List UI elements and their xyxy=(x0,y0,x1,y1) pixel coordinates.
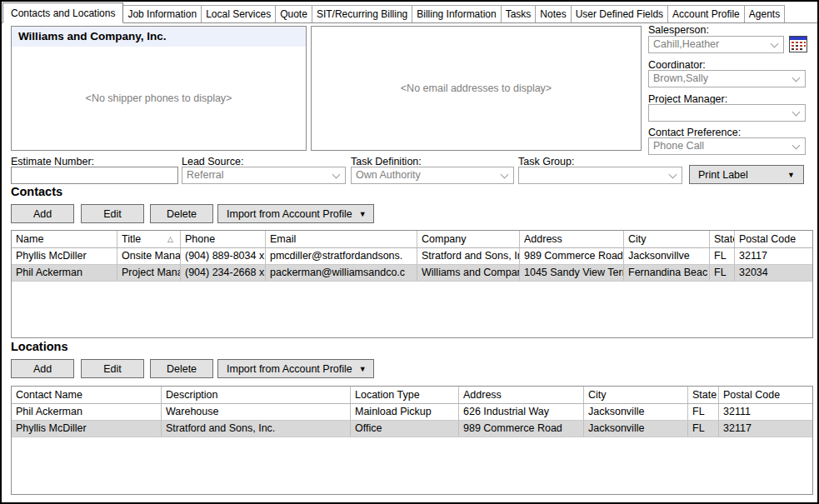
shipper-phones-panel: Williams and Company, Inc. <No shipper p… xyxy=(11,26,307,151)
locations-table-row[interactable]: Phil AckermanWarehouseMainload Pickup626… xyxy=(12,404,812,421)
contacts-cell-address: 989 Commerce Road xyxy=(520,248,624,264)
contacts-cell-title: Onsite Manag xyxy=(117,248,181,264)
coordinator-dropdown[interactable]: Brown,Sally xyxy=(648,70,806,87)
contacts-import-button[interactable]: Import from Account Profile ▼ xyxy=(217,204,374,223)
locations-cell-postal-code: 32111 xyxy=(719,404,812,420)
contacts-cell-company: Stratford and Sons, In xyxy=(417,248,520,264)
dropdown-arrow-icon: ▼ xyxy=(359,210,367,218)
locations-cell-address: 989 Commerce Road xyxy=(459,421,584,437)
lead-source-dropdown[interactable]: Referral xyxy=(182,167,346,184)
contacts-cell-title: Project Manag xyxy=(117,265,181,281)
locations-table: Contact NameDescriptionLocation TypeAddr… xyxy=(11,386,813,495)
column-header-company[interactable]: Company xyxy=(417,231,520,247)
column-header-city[interactable]: City xyxy=(624,231,710,247)
chevron-down-icon xyxy=(332,171,341,179)
contacts-cell-company: Williams and Compar xyxy=(417,265,520,281)
locations-cell-address: 626 Industrial Way xyxy=(459,404,584,420)
locations-cell-location-type: Office xyxy=(351,421,459,437)
task-definition-dropdown[interactable]: Own Authority xyxy=(351,167,514,184)
locations-cell-state: FL xyxy=(688,404,719,420)
contacts-cell-email: pmcdiller@stratfordandsons. xyxy=(266,248,417,264)
locations-cell-postal-code: 32117 xyxy=(719,421,812,437)
contacts-cell-postal-code: 32117 xyxy=(735,248,812,264)
tab-account-profile[interactable]: Account Profile xyxy=(667,5,745,22)
contact-preference-label: Contact Preference: xyxy=(648,127,741,138)
tab-sit-recurring-billing[interactable]: SIT/Recurring Billing xyxy=(312,5,412,22)
tab-quote[interactable]: Quote xyxy=(275,5,312,22)
lead-source-label: Lead Source: xyxy=(182,156,243,167)
contact-preference-dropdown[interactable]: Phone Call xyxy=(648,137,806,155)
shipper-phones-empty-text: <No shipper phones to display> xyxy=(12,92,306,104)
email-addresses-empty-text: <No email addresses to display> xyxy=(312,82,641,94)
salesperson-label: Salesperson: xyxy=(648,24,709,36)
coordinator-label: Coordinator: xyxy=(648,59,706,71)
locations-cell-contact-name: Phyllis McDiller xyxy=(12,421,162,437)
column-header-state[interactable]: State xyxy=(688,387,719,403)
print-label-button[interactable]: Print Label ▼ xyxy=(689,165,804,184)
column-header-postal-code[interactable]: Postal Code xyxy=(719,387,812,403)
tab-billing-information[interactable]: Billing Information xyxy=(412,5,501,22)
contacts-cell-email: packerman@williamsandco.c xyxy=(266,265,417,281)
locations-add-button[interactable]: Add xyxy=(11,359,74,378)
contacts-edit-button[interactable]: Edit xyxy=(81,204,144,223)
locations-table-row[interactable]: Phyllis McDillerStratford and Sons, Inc.… xyxy=(12,421,812,437)
locations-import-button[interactable]: Import from Account Profile ▼ xyxy=(217,359,374,378)
locations-edit-button[interactable]: Edit xyxy=(81,359,144,378)
chevron-down-icon xyxy=(501,171,509,179)
salesperson-dropdown[interactable]: Cahill,Heather xyxy=(648,36,784,53)
column-header-name[interactable]: Name xyxy=(12,231,117,247)
contacts-cell-city: Jacksonvillve xyxy=(624,248,710,264)
tab-contacts-and-locations[interactable]: Contacts and Locations xyxy=(2,2,123,23)
column-header-address[interactable]: Address xyxy=(459,387,584,403)
tab-user-defined-fields[interactable]: User Defined Fields xyxy=(571,5,668,22)
locations-cell-location-type: Mainload Pickup xyxy=(351,404,459,420)
column-header-location-type[interactable]: Location Type xyxy=(351,387,459,403)
contacts-header-row: NameTitle△PhoneEmailCompanyAddressCitySt… xyxy=(12,231,812,248)
project-manager-dropdown[interactable] xyxy=(648,104,806,122)
contacts-delete-button[interactable]: Delete xyxy=(150,204,213,223)
column-header-phone[interactable]: Phone xyxy=(181,231,266,247)
dropdown-arrow-icon: ▼ xyxy=(359,365,367,373)
task-group-label: Task Group: xyxy=(518,156,574,167)
locations-cell-description: Stratford and Sons, Inc. xyxy=(162,421,351,437)
contacts-and-locations-screen: Contacts and LocationsJob InformationLoc… xyxy=(0,0,819,504)
column-header-title[interactable]: Title△ xyxy=(117,231,181,247)
tab-job-information[interactable]: Job Information xyxy=(122,5,202,22)
locations-delete-button[interactable]: Delete xyxy=(150,359,213,378)
estimate-number-label: Estimate Number: xyxy=(11,156,94,167)
locations-cell-city: Jacksonville xyxy=(584,404,688,420)
contacts-table: NameTitle△PhoneEmailCompanyAddressCitySt… xyxy=(11,230,813,338)
contacts-cell-address: 1045 Sandy View Terr xyxy=(520,265,624,281)
dropdown-arrow-icon: ▼ xyxy=(787,171,795,179)
column-header-postal-code[interactable]: Postal Code xyxy=(735,231,812,247)
task-group-dropdown[interactable] xyxy=(518,167,682,184)
contacts-cell-phone: (904) 889-8034 x10 xyxy=(181,248,266,264)
column-header-address[interactable]: Address xyxy=(520,231,624,247)
contacts-heading: Contacts xyxy=(11,185,62,198)
task-definition-label: Task Definition: xyxy=(351,156,422,167)
locations-cell-state: FL xyxy=(688,421,719,437)
estimate-number-input[interactable] xyxy=(11,167,178,184)
sort-ascending-icon: △ xyxy=(167,231,178,247)
locations-header-row: Contact NameDescriptionLocation TypeAddr… xyxy=(12,387,812,404)
contacts-table-row[interactable]: Phil AckermanProject Manag(904) 234-2668… xyxy=(12,265,812,282)
chevron-down-icon xyxy=(792,108,801,117)
contacts-cell-phone: (904) 234-2668 x10 xyxy=(181,265,266,281)
column-header-email[interactable]: Email xyxy=(266,231,417,247)
column-header-contact-name[interactable]: Contact Name xyxy=(12,387,162,403)
column-header-description[interactable]: Description xyxy=(162,387,351,403)
column-header-state[interactable]: State xyxy=(710,231,735,247)
contacts-cell-name: Phyllis McDiller xyxy=(12,248,117,264)
tab-bar: Contacts and LocationsJob InformationLoc… xyxy=(2,2,817,23)
tab-local-services[interactable]: Local Services xyxy=(201,5,276,22)
column-header-city[interactable]: City xyxy=(584,387,688,403)
contacts-cell-postal-code: 32034 xyxy=(735,265,812,281)
contacts-table-row[interactable]: Phyllis McDillerOnsite Manag(904) 889-80… xyxy=(12,248,812,265)
calendar-icon[interactable] xyxy=(789,36,807,56)
tab-agents[interactable]: Agents xyxy=(744,5,785,22)
tab-notes[interactable]: Notes xyxy=(535,5,571,22)
tab-tasks[interactable]: Tasks xyxy=(501,5,537,22)
contacts-add-button[interactable]: Add xyxy=(11,204,74,223)
chevron-down-icon xyxy=(792,74,801,82)
shipper-name: Williams and Company, Inc. xyxy=(12,27,306,47)
